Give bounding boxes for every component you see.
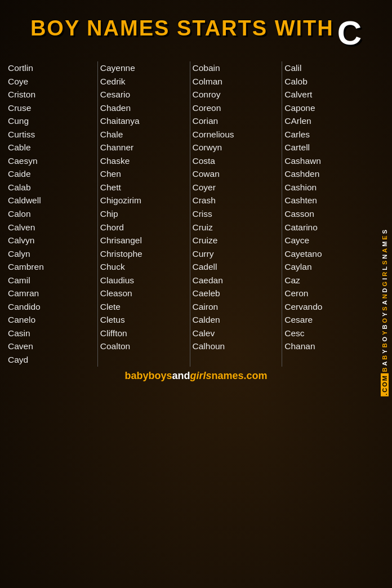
list-item: Camran xyxy=(8,287,95,300)
list-item: Casson xyxy=(284,207,372,221)
list-item: Cervando xyxy=(284,300,372,314)
list-item: Claudius xyxy=(100,274,188,287)
list-item: Candido xyxy=(8,300,95,314)
list-item: Cadell xyxy=(193,260,280,274)
list-item: Cashten xyxy=(284,194,372,207)
list-item: Caz xyxy=(284,274,372,287)
list-item: Cung xyxy=(8,114,95,128)
list-item: Cairon xyxy=(193,300,280,314)
list-item: Coalton xyxy=(100,340,188,353)
list-item: Casin xyxy=(8,327,95,340)
list-item: Canelo xyxy=(8,313,95,327)
list-item: Cayenne xyxy=(100,61,188,75)
list-item: Cashden xyxy=(284,167,372,181)
list-item: Capone xyxy=(284,101,372,115)
list-item: Calob xyxy=(284,75,372,88)
list-item: Chanan xyxy=(284,340,372,353)
list-item: Cayd xyxy=(8,353,95,367)
list-item: Cable xyxy=(8,141,95,154)
list-item: Costa xyxy=(193,154,280,168)
list-item: Chord xyxy=(100,221,188,234)
list-item: Caylan xyxy=(284,260,372,274)
list-item: Caeleb xyxy=(193,287,280,300)
list-item: Catarino xyxy=(284,221,372,234)
list-item: Cedrik xyxy=(100,75,188,88)
list-item: Calven xyxy=(8,221,95,234)
list-item: Cruse xyxy=(8,101,95,115)
list-item: Curry xyxy=(193,247,280,261)
list-item xyxy=(193,353,280,367)
list-item: Chaske xyxy=(100,154,188,168)
list-item: Calon xyxy=(8,207,95,221)
title-area: BOY NAMES STARTS WITHC xyxy=(5,6,387,58)
list-item: Chip xyxy=(100,207,188,221)
list-item: Christophe xyxy=(100,247,188,261)
footer-url: babyboysandgirlsnames.com xyxy=(5,367,387,384)
list-item: Cashion xyxy=(284,181,372,194)
list-item: Chaitanya xyxy=(100,114,188,128)
list-item: Carles xyxy=(284,128,372,141)
list-item: Cobain xyxy=(193,61,280,75)
list-item: Channer xyxy=(100,141,188,154)
list-item: Colman xyxy=(193,75,280,88)
list-item: CArlen xyxy=(284,114,372,128)
list-item: Calyn xyxy=(8,247,95,261)
list-item: Chett xyxy=(100,181,188,194)
list-item: Coye xyxy=(8,75,95,88)
side-banner: BABYBOYBOYSANDGIRLSNAMES .COM xyxy=(377,59,392,565)
list-item: Corian xyxy=(193,114,280,128)
list-item: Corwyn xyxy=(193,141,280,154)
list-item: Coreon xyxy=(193,101,280,115)
side-banner-text: BABYBOYBOYSANDGIRLSNAMES xyxy=(381,228,388,372)
column-2: Cayenne Cedrik Cesario Chaden Chaitanya … xyxy=(98,61,190,367)
list-item: Cayce xyxy=(284,234,372,247)
list-item: Cesare xyxy=(284,313,372,327)
list-item: Cesario xyxy=(100,88,188,101)
list-item: Coyer xyxy=(193,181,280,194)
list-item: Calden xyxy=(193,313,280,327)
footer-text: babyboysandgirlsnames.com xyxy=(124,371,267,381)
list-item: Clete xyxy=(100,300,188,314)
list-item: Caedan xyxy=(193,274,280,287)
list-item: Calil xyxy=(284,61,372,75)
names-grid: Cortlin Coye Criston Cruse Cung Curtiss … xyxy=(5,61,387,367)
list-item: Cleason xyxy=(100,287,188,300)
list-item: Cliffton xyxy=(100,327,188,340)
list-item xyxy=(284,353,372,367)
list-item: Criston xyxy=(8,88,95,101)
list-item: Calab xyxy=(8,181,95,194)
column-4: Calil Calob Calvert Capone CArlen Carles… xyxy=(282,61,387,367)
list-item: Cortlin xyxy=(8,61,95,75)
page-title: BOY NAMES STARTS WITH xyxy=(30,16,334,41)
list-item: Cowan xyxy=(193,167,280,181)
list-item: Chen xyxy=(100,167,188,181)
list-item: Cashawn xyxy=(284,154,372,168)
column-1: Cortlin Coye Criston Cruse Cung Curtiss … xyxy=(5,61,98,367)
list-item: Caldwell xyxy=(8,194,95,207)
list-item: Chale xyxy=(100,128,188,141)
list-item: Curtiss xyxy=(8,128,95,141)
list-item: Cruize xyxy=(193,234,280,247)
list-item: Calev xyxy=(193,327,280,340)
column-3: Cobain Colman Conroy Coreon Corian Corne… xyxy=(190,61,283,367)
list-item: Cruiz xyxy=(193,221,280,234)
list-item: Cletus xyxy=(100,313,188,327)
list-item: Cornelious xyxy=(193,128,280,141)
list-item: Cayetano xyxy=(284,247,372,261)
list-item: Calhoun xyxy=(193,340,280,353)
list-item: Camil xyxy=(8,274,95,287)
list-item: Chaden xyxy=(100,101,188,115)
list-item: Cartell xyxy=(284,141,372,154)
list-item: Crash xyxy=(193,194,280,207)
list-item: Conroy xyxy=(193,88,280,101)
list-item: Caven xyxy=(8,340,95,353)
list-item: Chigozirim xyxy=(100,194,188,207)
list-item: Chrisangel xyxy=(100,234,188,247)
list-item: Ceron xyxy=(284,287,372,300)
list-item: Cesc xyxy=(284,327,372,340)
list-item: Caide xyxy=(8,167,95,181)
list-item: Cambren xyxy=(8,260,95,274)
list-item: Calvyn xyxy=(8,234,95,247)
list-item xyxy=(100,353,188,367)
title-letter: C xyxy=(337,14,362,52)
